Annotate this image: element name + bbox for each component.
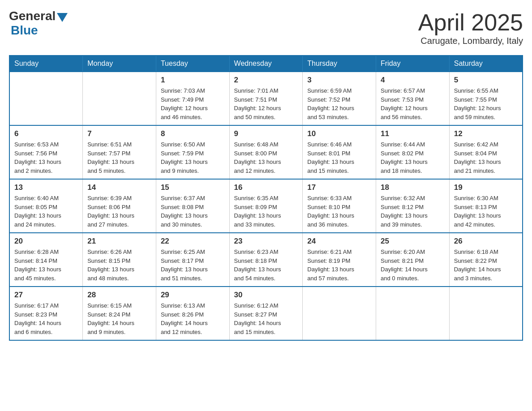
calendar-cell: 20Sunrise: 6:28 AM Sunset: 8:14 PM Dayli… bbox=[9, 233, 83, 287]
calendar-week-row: 20Sunrise: 6:28 AM Sunset: 8:14 PM Dayli… bbox=[9, 233, 523, 287]
day-info: Sunrise: 6:46 AM Sunset: 8:01 PM Dayligh… bbox=[307, 140, 371, 175]
day-number: 9 bbox=[234, 129, 298, 138]
day-number: 6 bbox=[14, 129, 78, 138]
calendar-cell: 11Sunrise: 6:44 AM Sunset: 8:02 PM Dayli… bbox=[376, 125, 450, 179]
day-info: Sunrise: 6:21 AM Sunset: 8:19 PM Dayligh… bbox=[307, 248, 371, 283]
day-number: 15 bbox=[161, 183, 225, 192]
logo-triangle-icon bbox=[57, 13, 68, 22]
day-number: 22 bbox=[161, 237, 225, 246]
day-number: 14 bbox=[87, 183, 151, 192]
day-number: 4 bbox=[381, 76, 445, 85]
day-info: Sunrise: 6:37 AM Sunset: 8:08 PM Dayligh… bbox=[161, 194, 225, 229]
day-number: 3 bbox=[307, 76, 371, 85]
day-number: 25 bbox=[381, 237, 445, 246]
calendar-week-row: 27Sunrise: 6:17 AM Sunset: 8:23 PM Dayli… bbox=[9, 287, 523, 340]
weekday-header-sunday: Sunday bbox=[9, 56, 83, 72]
day-info: Sunrise: 6:42 AM Sunset: 8:04 PM Dayligh… bbox=[454, 140, 518, 175]
calendar-cell: 18Sunrise: 6:32 AM Sunset: 8:12 PM Dayli… bbox=[376, 179, 450, 233]
page-header: General Blue April 2025 Carugate, Lombar… bbox=[9, 9, 523, 46]
weekday-header-monday: Monday bbox=[83, 56, 156, 72]
calendar-cell bbox=[9, 72, 83, 125]
day-info: Sunrise: 6:18 AM Sunset: 8:22 PM Dayligh… bbox=[454, 248, 518, 283]
calendar-cell: 22Sunrise: 6:25 AM Sunset: 8:17 PM Dayli… bbox=[156, 233, 229, 287]
day-number: 24 bbox=[307, 237, 371, 246]
day-number: 8 bbox=[161, 129, 225, 138]
weekday-header-wednesday: Wednesday bbox=[229, 56, 303, 72]
day-number: 16 bbox=[234, 183, 298, 192]
calendar-cell: 23Sunrise: 6:23 AM Sunset: 8:18 PM Dayli… bbox=[229, 233, 303, 287]
calendar-table: SundayMondayTuesdayWednesdayThursdayFrid… bbox=[9, 55, 523, 341]
day-info: Sunrise: 6:59 AM Sunset: 7:52 PM Dayligh… bbox=[307, 86, 371, 121]
day-number: 2 bbox=[234, 76, 298, 85]
calendar-cell: 15Sunrise: 6:37 AM Sunset: 8:08 PM Dayli… bbox=[156, 179, 229, 233]
day-info: Sunrise: 6:12 AM Sunset: 8:27 PM Dayligh… bbox=[234, 301, 298, 336]
calendar-week-row: 1Sunrise: 7:03 AM Sunset: 7:49 PM Daylig… bbox=[9, 72, 523, 125]
day-number: 11 bbox=[381, 129, 445, 138]
calendar-week-row: 13Sunrise: 6:40 AM Sunset: 8:05 PM Dayli… bbox=[9, 179, 523, 233]
calendar-cell bbox=[376, 287, 450, 340]
day-info: Sunrise: 6:13 AM Sunset: 8:26 PM Dayligh… bbox=[161, 301, 225, 336]
day-info: Sunrise: 6:20 AM Sunset: 8:21 PM Dayligh… bbox=[381, 248, 445, 283]
day-info: Sunrise: 6:48 AM Sunset: 8:00 PM Dayligh… bbox=[234, 140, 298, 175]
day-number: 21 bbox=[87, 237, 151, 246]
day-number: 1 bbox=[161, 76, 225, 85]
calendar-cell: 21Sunrise: 6:26 AM Sunset: 8:15 PM Dayli… bbox=[83, 233, 156, 287]
day-info: Sunrise: 6:50 AM Sunset: 7:59 PM Dayligh… bbox=[161, 140, 225, 175]
day-number: 17 bbox=[307, 183, 371, 192]
day-info: Sunrise: 6:30 AM Sunset: 8:13 PM Dayligh… bbox=[454, 194, 518, 229]
calendar-cell: 26Sunrise: 6:18 AM Sunset: 8:22 PM Dayli… bbox=[449, 233, 523, 287]
weekday-header-saturday: Saturday bbox=[449, 56, 523, 72]
day-number: 29 bbox=[161, 291, 225, 300]
calendar-cell bbox=[83, 72, 156, 125]
day-number: 10 bbox=[307, 129, 371, 138]
calendar-cell: 4Sunrise: 6:57 AM Sunset: 7:53 PM Daylig… bbox=[376, 72, 450, 125]
weekday-header-friday: Friday bbox=[376, 56, 450, 72]
day-number: 26 bbox=[454, 237, 518, 246]
day-info: Sunrise: 6:51 AM Sunset: 7:57 PM Dayligh… bbox=[87, 140, 151, 175]
day-info: Sunrise: 6:15 AM Sunset: 8:24 PM Dayligh… bbox=[87, 301, 151, 336]
day-info: Sunrise: 6:32 AM Sunset: 8:12 PM Dayligh… bbox=[381, 194, 445, 229]
calendar-cell: 24Sunrise: 6:21 AM Sunset: 8:19 PM Dayli… bbox=[303, 233, 376, 287]
day-info: Sunrise: 6:44 AM Sunset: 8:02 PM Dayligh… bbox=[381, 140, 445, 175]
calendar-cell bbox=[449, 287, 523, 340]
day-info: Sunrise: 7:01 AM Sunset: 7:51 PM Dayligh… bbox=[234, 86, 298, 121]
day-number: 12 bbox=[454, 129, 518, 138]
calendar-cell: 2Sunrise: 7:01 AM Sunset: 7:51 PM Daylig… bbox=[229, 72, 303, 125]
calendar-cell: 12Sunrise: 6:42 AM Sunset: 8:04 PM Dayli… bbox=[449, 125, 523, 179]
calendar-cell: 9Sunrise: 6:48 AM Sunset: 8:00 PM Daylig… bbox=[229, 125, 303, 179]
day-info: Sunrise: 7:03 AM Sunset: 7:49 PM Dayligh… bbox=[161, 86, 225, 121]
day-number: 20 bbox=[14, 237, 78, 246]
calendar-cell: 6Sunrise: 6:53 AM Sunset: 7:56 PM Daylig… bbox=[9, 125, 83, 179]
calendar-cell: 25Sunrise: 6:20 AM Sunset: 8:21 PM Dayli… bbox=[376, 233, 450, 287]
day-number: 18 bbox=[381, 183, 445, 192]
weekday-header-thursday: Thursday bbox=[303, 56, 376, 72]
calendar-cell: 28Sunrise: 6:15 AM Sunset: 8:24 PM Dayli… bbox=[83, 287, 156, 340]
calendar-cell: 14Sunrise: 6:39 AM Sunset: 8:06 PM Dayli… bbox=[83, 179, 156, 233]
day-info: Sunrise: 6:28 AM Sunset: 8:14 PM Dayligh… bbox=[14, 248, 78, 283]
weekday-header-row: SundayMondayTuesdayWednesdayThursdayFrid… bbox=[9, 56, 523, 72]
day-info: Sunrise: 6:39 AM Sunset: 8:06 PM Dayligh… bbox=[87, 194, 151, 229]
day-info: Sunrise: 6:23 AM Sunset: 8:18 PM Dayligh… bbox=[234, 248, 298, 283]
day-info: Sunrise: 6:26 AM Sunset: 8:15 PM Dayligh… bbox=[87, 248, 151, 283]
calendar-cell bbox=[303, 287, 376, 340]
logo: General Blue bbox=[9, 9, 68, 38]
calendar-cell: 5Sunrise: 6:55 AM Sunset: 7:55 PM Daylig… bbox=[449, 72, 523, 125]
calendar-cell: 29Sunrise: 6:13 AM Sunset: 8:26 PM Dayli… bbox=[156, 287, 229, 340]
calendar-cell: 16Sunrise: 6:35 AM Sunset: 8:09 PM Dayli… bbox=[229, 179, 303, 233]
day-info: Sunrise: 6:33 AM Sunset: 8:10 PM Dayligh… bbox=[307, 194, 371, 229]
month-year-title: April 2025 bbox=[418, 9, 523, 36]
day-number: 5 bbox=[454, 76, 518, 85]
calendar-cell: 8Sunrise: 6:50 AM Sunset: 7:59 PM Daylig… bbox=[156, 125, 229, 179]
day-info: Sunrise: 6:17 AM Sunset: 8:23 PM Dayligh… bbox=[14, 301, 78, 336]
day-number: 7 bbox=[87, 129, 151, 138]
calendar-cell: 27Sunrise: 6:17 AM Sunset: 8:23 PM Dayli… bbox=[9, 287, 83, 340]
day-number: 27 bbox=[14, 291, 78, 300]
calendar-cell: 1Sunrise: 7:03 AM Sunset: 7:49 PM Daylig… bbox=[156, 72, 229, 125]
calendar-week-row: 6Sunrise: 6:53 AM Sunset: 7:56 PM Daylig… bbox=[9, 125, 523, 179]
day-info: Sunrise: 6:40 AM Sunset: 8:05 PM Dayligh… bbox=[14, 194, 78, 229]
day-info: Sunrise: 6:25 AM Sunset: 8:17 PM Dayligh… bbox=[161, 248, 225, 283]
calendar-cell: 17Sunrise: 6:33 AM Sunset: 8:10 PM Dayli… bbox=[303, 179, 376, 233]
day-number: 13 bbox=[14, 183, 78, 192]
day-number: 23 bbox=[234, 237, 298, 246]
calendar-cell: 3Sunrise: 6:59 AM Sunset: 7:52 PM Daylig… bbox=[303, 72, 376, 125]
